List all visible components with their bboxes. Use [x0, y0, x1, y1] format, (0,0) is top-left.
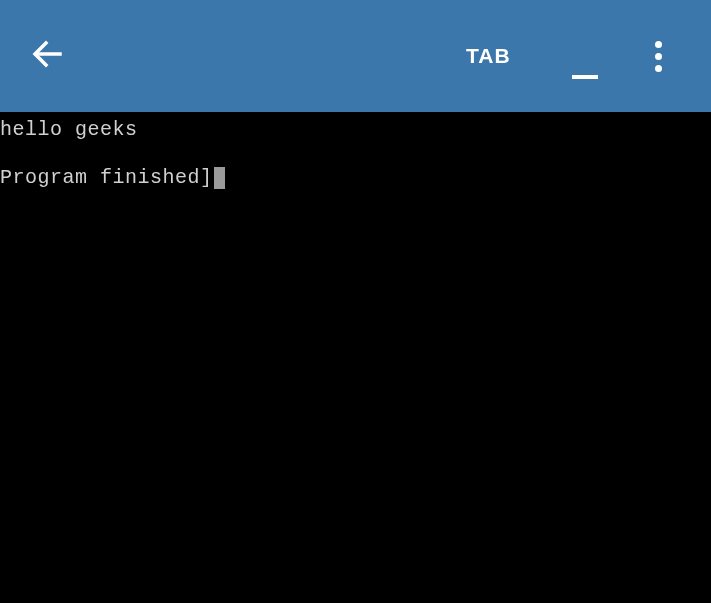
- arrow-left-icon: [30, 36, 66, 77]
- toolbar: TAB: [0, 0, 711, 112]
- back-button[interactable]: [28, 36, 68, 76]
- terminal-output: hello geeks Program finished]: [0, 112, 711, 190]
- output-line: Program finished]: [0, 166, 711, 190]
- more-options-button[interactable]: [643, 36, 673, 76]
- output-line: hello geeks: [0, 118, 711, 142]
- terminal-cursor: [214, 167, 225, 189]
- minimize-icon: [572, 75, 598, 79]
- more-vertical-icon: [655, 65, 662, 72]
- more-vertical-icon: [655, 41, 662, 48]
- output-text: Program finished]: [0, 166, 213, 190]
- minimize-button[interactable]: [570, 62, 600, 92]
- tab-label[interactable]: TAB: [466, 44, 511, 68]
- more-vertical-icon: [655, 53, 662, 60]
